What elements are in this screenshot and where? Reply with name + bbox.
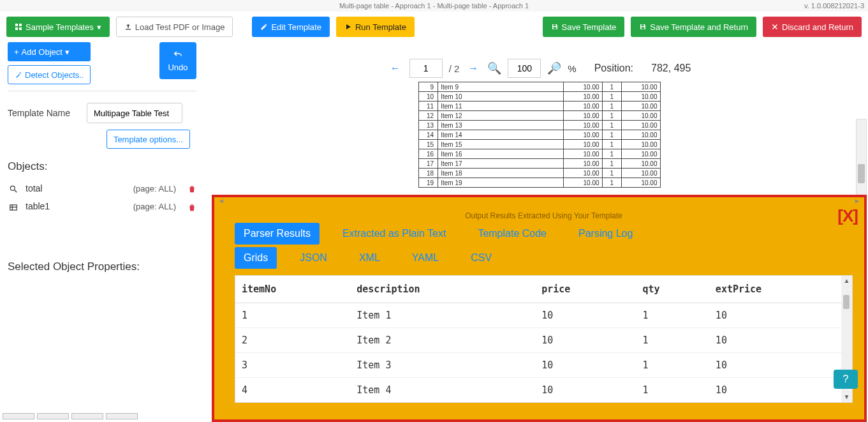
- page-number-input[interactable]: [409, 59, 443, 78]
- grid-cell: 3: [235, 353, 350, 378]
- scrollbar-thumb[interactable]: [858, 164, 865, 183]
- scroll-down-icon[interactable]: ▼: [841, 392, 852, 402]
- svg-rect-6: [553, 27, 556, 29]
- version-label: v. 1.0.008212021-3: [804, 0, 864, 11]
- help-button[interactable]: ?: [834, 370, 858, 389]
- grid-header: price: [535, 276, 636, 303]
- tab-extracted-as-plain-text[interactable]: Extracted as Plain Text: [334, 223, 455, 245]
- doc-cell: 10.00: [622, 82, 660, 92]
- position-value: 782, 495: [651, 63, 691, 74]
- tab-template-code[interactable]: Template Code: [469, 223, 555, 245]
- grid-row: 4Item 410110: [235, 378, 852, 403]
- grid-cell: 1: [636, 353, 709, 378]
- results-tabs-secondary: GridsJSONXMLYAMLCSV: [235, 247, 853, 269]
- pencil-icon: [260, 23, 268, 31]
- prev-page-button[interactable]: ←: [388, 63, 403, 74]
- doc-row: 9Item 910.00110.00: [418, 82, 660, 92]
- grid-cell: 4: [235, 378, 350, 403]
- save-return-label: Save Template and Return: [650, 22, 748, 32]
- grid-row: 1Item 110110: [235, 303, 852, 328]
- doc-cell: 10.00: [564, 102, 602, 111]
- tab-csv[interactable]: CSV: [462, 247, 501, 269]
- discard-return-button[interactable]: Discard and Return: [763, 17, 862, 37]
- scroll-right-icon[interactable]: ►: [854, 197, 860, 204]
- doc-cell: 1: [602, 159, 622, 169]
- save-return-button[interactable]: Save Template and Return: [631, 17, 756, 37]
- doc-cell: 19: [418, 178, 438, 188]
- run-template-button[interactable]: Run Template: [336, 17, 415, 37]
- bottom-status-bar: [0, 413, 204, 422]
- add-object-button[interactable]: + Add Object ▾: [8, 42, 91, 61]
- zoom-out-button[interactable]: 🔍: [487, 61, 501, 75]
- doc-cell: 14: [418, 130, 438, 140]
- status-segment: [3, 413, 34, 419]
- object-row[interactable]: total(page: ALL): [8, 179, 196, 197]
- delete-object-button[interactable]: [188, 183, 196, 193]
- template-name-label: Template Name: [8, 108, 78, 118]
- sample-templates-button[interactable]: Sample Templates ▾: [6, 17, 110, 37]
- object-name: table1: [26, 201, 96, 211]
- scroll-up-icon[interactable]: ▲: [841, 276, 852, 286]
- save-template-button[interactable]: Save Template: [543, 17, 625, 37]
- upload-icon: [124, 23, 132, 31]
- doc-cell: 1: [602, 169, 622, 178]
- results-grid-wrap: itemNodescriptionpriceqtyextPrice1Item 1…: [235, 275, 853, 403]
- object-page: (page: ALL): [133, 184, 176, 193]
- tab-parser-results[interactable]: Parser Results: [235, 223, 320, 245]
- doc-row: 19Item 1910.00110.00: [418, 178, 660, 188]
- svg-rect-5: [553, 25, 555, 27]
- results-tabs-primary: Parser ResultsExtracted as Plain TextTem…: [235, 223, 853, 245]
- doc-cell: 10.00: [564, 140, 602, 149]
- grid-cell: 10: [709, 378, 852, 403]
- results-hscroll[interactable]: ◄ ►: [214, 197, 864, 206]
- svg-rect-8: [642, 27, 645, 29]
- doc-cell: 11: [418, 102, 438, 111]
- grid-cell: 2: [235, 328, 350, 353]
- delete-object-button[interactable]: [188, 201, 196, 211]
- close-results-button[interactable]: [X]: [837, 206, 858, 226]
- scroll-left-icon[interactable]: ◄: [218, 197, 224, 204]
- chevron-down-icon: ▾: [97, 22, 101, 32]
- zoom-input[interactable]: [508, 59, 541, 78]
- doc-cell: 1: [602, 149, 622, 159]
- tab-parsing-log[interactable]: Parsing Log: [570, 223, 642, 245]
- tab-yaml[interactable]: YAML: [403, 247, 448, 269]
- doc-cell: 10.00: [564, 169, 602, 178]
- object-row[interactable]: table1(page: ALL): [8, 197, 196, 215]
- undo-icon: [173, 50, 183, 60]
- svg-point-11: [10, 186, 15, 191]
- detect-objects-button[interactable]: Detect Objects..: [8, 65, 91, 84]
- load-test-button[interactable]: Load Test PDF or Image: [116, 17, 233, 37]
- tab-xml[interactable]: XML: [350, 247, 389, 269]
- next-page-button[interactable]: →: [466, 63, 481, 74]
- grid-icon: [15, 23, 22, 31]
- template-options-label: Template options...: [114, 135, 183, 144]
- grid-cell: 10: [535, 378, 636, 403]
- doc-cell: 1: [602, 140, 622, 149]
- percent-label: %: [568, 63, 576, 74]
- doc-row: 11Item 1110.00110.00: [418, 102, 660, 111]
- doc-cell: 13: [418, 121, 438, 130]
- doc-cell: 10.00: [622, 130, 660, 140]
- doc-cell: 12: [418, 111, 438, 121]
- svg-rect-2: [15, 27, 18, 30]
- edit-template-button[interactable]: Edit Template: [252, 17, 330, 37]
- doc-cell: 10.00: [564, 121, 602, 130]
- results-grid: itemNodescriptionpriceqtyextPrice1Item 1…: [235, 276, 852, 403]
- undo-button[interactable]: Undo: [159, 42, 196, 79]
- zoom-in-button[interactable]: 🔎: [547, 61, 561, 75]
- template-options-button[interactable]: Template options...: [107, 130, 190, 149]
- wand-icon: [15, 71, 22, 79]
- grid-cell: 10: [709, 353, 852, 378]
- results-banner: Output Results Extracted Using Your Temp…: [235, 211, 853, 220]
- tab-grids[interactable]: Grids: [235, 247, 277, 269]
- status-segment: [106, 413, 138, 419]
- template-name-input[interactable]: [87, 103, 182, 123]
- tab-json[interactable]: JSON: [291, 247, 336, 269]
- doc-cell: 15: [418, 140, 438, 149]
- doc-cell: 1: [602, 111, 622, 121]
- document-table: 9Item 910.00110.0010Item 1010.00110.0011…: [418, 82, 661, 188]
- doc-row: 10Item 1010.00110.00: [418, 92, 660, 102]
- position-label: Position:: [594, 63, 633, 74]
- scrollbar-thumb[interactable]: [843, 295, 850, 309]
